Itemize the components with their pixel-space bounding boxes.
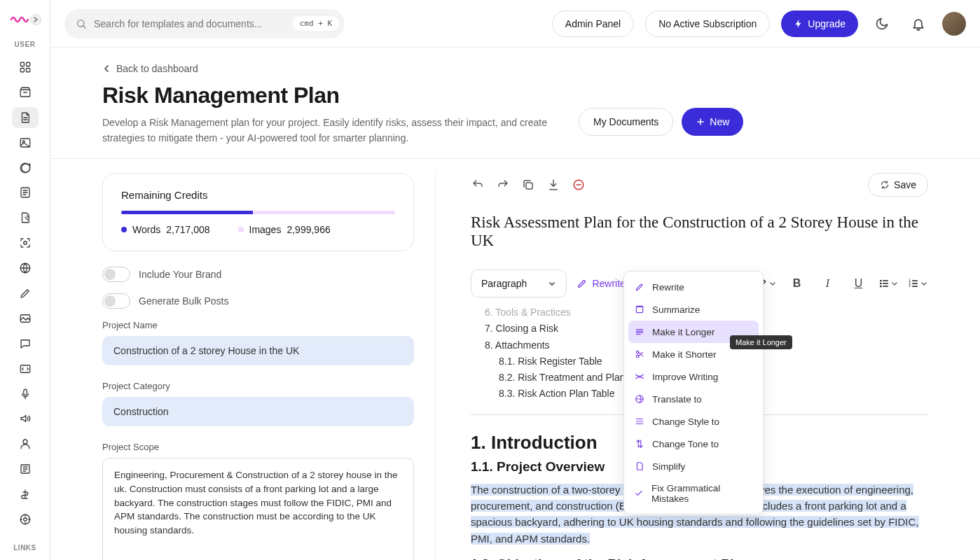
redo-button[interactable] [496, 178, 510, 192]
nav-edit-doc[interactable] [12, 207, 39, 228]
svg-rect-2 [20, 68, 24, 71]
ai-summarize[interactable]: Summarize [624, 298, 763, 321]
undo-button[interactable] [471, 178, 485, 192]
nav-gallery[interactable] [12, 308, 39, 329]
nav-pen[interactable] [12, 283, 39, 304]
svg-point-17 [23, 518, 27, 522]
toggle-bulk-label: Generate Bulk Posts [139, 295, 228, 307]
search-box[interactable]: cmd + K [64, 9, 345, 38]
credits-words: Words 2,717,008 [121, 224, 210, 235]
new-label: New [710, 116, 729, 127]
svg-point-23 [881, 281, 881, 281]
nav-archive[interactable] [12, 82, 39, 103]
search-input[interactable] [94, 18, 286, 29]
nav-dashboard[interactable] [12, 57, 39, 78]
doc-toolbar: Save [471, 173, 928, 197]
refresh-icon [880, 180, 890, 190]
credits-bar [121, 211, 395, 214]
page-title: Risk Management Plan [102, 83, 579, 108]
my-documents-button[interactable]: My Documents [579, 108, 673, 136]
nav-help[interactable] [12, 509, 39, 530]
bullet-list-button[interactable] [878, 278, 898, 289]
nav-scan[interactable] [12, 232, 39, 253]
toggle-brand[interactable] [102, 267, 130, 282]
svg-point-24 [881, 284, 881, 284]
svg-point-25 [881, 286, 881, 287]
nav-tasks[interactable] [12, 182, 39, 203]
ai-rewrite[interactable]: Rewrite [624, 276, 763, 298]
nav-mic[interactable] [12, 384, 39, 405]
copy-button[interactable] [521, 178, 535, 192]
logo-icon [9, 13, 30, 27]
ai-actions-menu: Rewrite Summarize Make it Longer Make it… [623, 271, 764, 514]
admin-panel-link[interactable]: Admin Panel [552, 10, 634, 37]
nav-code[interactable] [12, 358, 39, 379]
italic-button[interactable]: I [817, 273, 838, 294]
upgrade-button[interactable]: Upgrade [781, 10, 858, 37]
page-header: Back to dashboard Risk Management Plan D… [50, 48, 980, 159]
tooltip: Make it Longer [730, 335, 792, 349]
nav-chat[interactable] [12, 158, 39, 178]
ai-fix-grammar[interactable]: Fix Grammatical Mistakes [624, 477, 763, 510]
number-list-button[interactable]: 123 [908, 278, 927, 289]
document-panel: Save Risk Assessment Plan for the Constr… [435, 173, 928, 560]
chevron-down-icon [548, 279, 556, 288]
logo-row [9, 13, 41, 27]
nav-images[interactable] [12, 132, 39, 153]
svg-text:3: 3 [909, 285, 911, 288]
nav-billing[interactable] [12, 484, 39, 505]
svg-point-14 [23, 440, 27, 444]
bold-button[interactable]: B [786, 273, 807, 294]
project-scope-label: Project Scope [102, 442, 414, 452]
rewrite-button[interactable]: Rewrite [577, 278, 625, 289]
nav-globe[interactable] [12, 258, 39, 279]
ai-improve[interactable]: Improve Writing [624, 365, 763, 388]
topbar: cmd + K Admin Panel No Active Subscripti… [50, 0, 980, 48]
ai-change-tone[interactable]: Change Tone to [624, 433, 763, 455]
plus-icon [696, 117, 705, 127]
project-name-input[interactable] [102, 336, 414, 365]
credits-card: Remaining Credits Words 2,717,008 Images… [102, 173, 414, 251]
credits-images: Images 2,999,966 [238, 224, 331, 235]
save-button[interactable]: Save [868, 173, 928, 197]
project-category-label: Project Category [102, 381, 414, 391]
credits-title: Remaining Credits [121, 189, 395, 201]
chevron-left-icon [102, 64, 111, 73]
style-select[interactable]: Paragraph [471, 270, 567, 298]
delete-button[interactable] [572, 178, 586, 192]
back-label: Back to dashboard [116, 63, 198, 74]
pencil-icon [577, 278, 588, 289]
notifications-button[interactable] [906, 11, 931, 36]
nav-news[interactable] [12, 458, 39, 479]
toggle-bulk[interactable] [102, 293, 130, 309]
ai-change-style[interactable]: Change Style to [624, 410, 763, 433]
svg-point-9 [23, 241, 27, 245]
nav-user[interactable] [12, 433, 39, 454]
sidebar-expand-button[interactable] [30, 14, 41, 25]
search-kbd: cmd + K [293, 16, 339, 31]
sidebar-section-user: USER [15, 41, 36, 48]
bolt-icon [794, 19, 803, 29]
form-panel: Remaining Credits Words 2,717,008 Images… [102, 173, 414, 560]
nav-comment[interactable] [12, 333, 39, 354]
avatar[interactable] [942, 12, 966, 36]
project-scope-textarea[interactable] [102, 458, 414, 560]
back-link[interactable]: Back to dashboard [102, 63, 579, 74]
page-description: Develop a Risk Management plan for your … [102, 115, 579, 146]
svg-rect-3 [26, 68, 29, 71]
ai-simplify[interactable]: Simplify [624, 455, 763, 477]
svg-rect-1 [26, 62, 29, 66]
subscription-status[interactable]: No Active Subscription [645, 10, 770, 37]
sidebar: USER LINKS [0, 0, 50, 560]
ai-translate[interactable]: Translate to [624, 388, 763, 410]
upgrade-label: Upgrade [808, 18, 846, 29]
underline-button[interactable]: U [848, 273, 869, 294]
toggle-brand-label: Include Your Brand [139, 269, 221, 280]
new-button[interactable]: New [682, 108, 743, 136]
download-button[interactable] [546, 178, 560, 192]
svg-rect-0 [20, 62, 24, 66]
theme-toggle[interactable] [869, 11, 895, 36]
project-category-input[interactable] [102, 397, 414, 426]
nav-documents[interactable] [12, 107, 39, 128]
nav-sound[interactable] [12, 408, 39, 429]
